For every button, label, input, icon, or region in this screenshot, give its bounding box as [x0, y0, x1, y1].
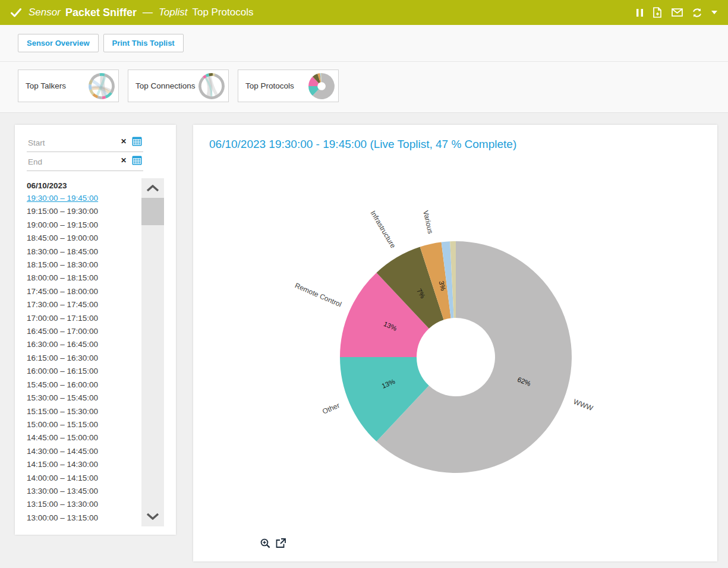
toplist-label: Toplist [159, 7, 188, 18]
open-external-icon[interactable] [276, 538, 286, 548]
slice-label: Remote Control [294, 281, 343, 308]
start-date-field: ✕ [27, 134, 143, 152]
sensor-type-label: Sensor [29, 7, 61, 18]
toplist-chart-panel: 06/10/2023 19:30:00 - 19:45:00 (Live Top… [193, 125, 717, 561]
end-date-input[interactable] [27, 153, 111, 169]
tab-label: Top Talkers [26, 81, 66, 90]
list-scrollbar [141, 178, 164, 526]
clear-start-icon[interactable]: ✕ [121, 137, 127, 146]
end-date-field: ✕ [27, 153, 143, 171]
donut-chart-icon [308, 72, 335, 100]
clear-end-icon[interactable]: ✕ [121, 156, 127, 165]
chart-title: 06/10/2023 19:30:00 - 19:45:00 (Live Top… [209, 138, 516, 151]
caret-down-icon[interactable] [711, 11, 717, 14]
title-separator: — [143, 7, 153, 18]
slice-label: Infrastructure [369, 209, 398, 250]
toplist-name: Top Protocols [192, 7, 253, 18]
toolbar-section: Sensor Overview Print This Toplist Top T… [0, 25, 728, 113]
refresh-icon[interactable] [692, 8, 702, 18]
sensor-name: Packet Sniffer [65, 7, 137, 19]
calendar-icon[interactable] [132, 136, 142, 146]
zoom-in-icon[interactable] [260, 538, 270, 548]
report-icon[interactable] [653, 7, 663, 18]
start-date-input[interactable] [27, 134, 111, 150]
toplist-tab-top-protocols[interactable]: Top Protocols [238, 70, 339, 102]
slice-label: Various [421, 210, 434, 235]
calendar-icon[interactable] [132, 155, 142, 165]
time-range-sidebar: ✕ ✕ 06/10/2023 19:30:00 – 19:45:0019:15:… [15, 125, 176, 535]
check-icon [11, 8, 21, 17]
divider [0, 61, 728, 62]
slice-label: WWW [572, 397, 594, 413]
toplist-tab-top-talkers[interactable]: Top Talkers [18, 70, 119, 102]
scrollbar-thumb[interactable] [141, 198, 164, 225]
protocols-donut-chart: WWW62%Other13%Remote Control13%Infrastru… [193, 160, 717, 541]
slice-label: Other [321, 401, 341, 416]
tab-label: Top Connections [135, 81, 196, 90]
pause-icon[interactable] [636, 8, 644, 17]
toplist-tab-top-connections[interactable]: Top Connections [128, 70, 229, 102]
prtg-toplist-page: { "colors": { "topbar_background": "#b4b… [0, 0, 728, 568]
chart-area: WWW62%Other13%Remote Control13%Infrastru… [193, 160, 717, 541]
scroll-up-button[interactable] [141, 179, 164, 197]
chord-diagram-icon [198, 72, 225, 100]
top-header-bar: Sensor Packet Sniffer — Toplist Top Prot… [0, 0, 728, 25]
chord-diagram-icon [88, 72, 115, 100]
sensor-overview-button[interactable]: Sensor Overview [18, 34, 99, 52]
scroll-down-button[interactable] [141, 507, 164, 525]
tab-label: Top Protocols [245, 81, 294, 90]
mail-icon[interactable] [672, 8, 683, 17]
print-toplist-button[interactable]: Print This Toplist [103, 34, 184, 52]
